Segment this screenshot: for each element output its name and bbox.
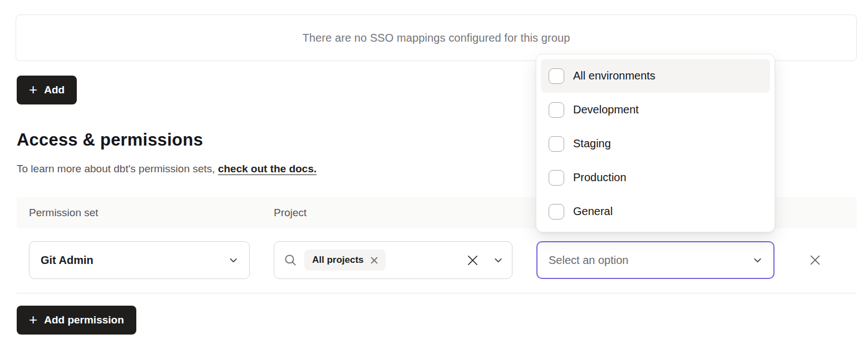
docs-link[interactable]: check out the docs. xyxy=(218,163,317,174)
environment-placeholder: Select an option xyxy=(549,254,753,267)
search-icon xyxy=(283,253,298,267)
checkbox[interactable] xyxy=(549,170,564,186)
dropdown-item-label: General xyxy=(573,205,613,218)
dropdown-item-production[interactable]: Production xyxy=(541,161,770,195)
permission-set-select[interactable]: Git Admin xyxy=(29,241,250,279)
add-permission-label: Add permission xyxy=(44,314,124,326)
remove-tag-icon[interactable] xyxy=(371,257,378,264)
chevron-down-icon xyxy=(229,256,238,265)
dropdown-item-general[interactable]: General xyxy=(541,195,770,228)
column-header-project: Project xyxy=(274,207,307,219)
sso-empty-message: There are no SSO mappings configured for… xyxy=(303,32,570,44)
page-title: Access & permissions xyxy=(17,130,203,150)
column-header-permission-set: Permission set xyxy=(29,207,98,219)
dropdown-item-label: Production xyxy=(573,171,627,184)
clear-selection-icon[interactable] xyxy=(466,254,479,267)
selected-project-label: All projects xyxy=(312,255,364,266)
add-permission-button[interactable]: + Add permission xyxy=(17,306,136,335)
selected-project-tag: All projects xyxy=(304,250,386,271)
chevron-down-icon xyxy=(753,256,762,265)
checkbox[interactable] xyxy=(549,136,564,152)
add-button-label: Add xyxy=(44,84,65,96)
environment-dropdown-menu: All environments Development Staging Pro… xyxy=(536,54,775,232)
dropdown-item-all-environments[interactable]: All environments xyxy=(541,59,770,93)
checkbox[interactable] xyxy=(549,204,564,220)
remove-permission-row-icon[interactable] xyxy=(808,253,822,267)
dropdown-item-development[interactable]: Development xyxy=(541,93,770,127)
plus-icon: + xyxy=(29,312,37,327)
chevron-down-icon[interactable] xyxy=(494,256,503,265)
checkbox[interactable] xyxy=(549,68,564,84)
description-text: To learn more about dbt's permission set… xyxy=(17,163,215,174)
row-divider xyxy=(17,293,857,293)
add-sso-mapping-button[interactable]: + Add xyxy=(17,76,77,104)
dropdown-item-label: Development xyxy=(573,103,639,116)
environment-select[interactable]: Select an option xyxy=(536,241,775,279)
section-description: To learn more about dbt's permission set… xyxy=(17,163,317,175)
dropdown-item-label: Staging xyxy=(573,137,611,150)
permission-set-value: Git Admin xyxy=(41,254,229,267)
plus-icon: + xyxy=(29,82,37,97)
project-multiselect[interactable]: All projects xyxy=(274,241,512,279)
checkbox[interactable] xyxy=(549,102,564,118)
dropdown-item-staging[interactable]: Staging xyxy=(541,127,770,161)
dropdown-item-label: All environments xyxy=(573,69,655,82)
